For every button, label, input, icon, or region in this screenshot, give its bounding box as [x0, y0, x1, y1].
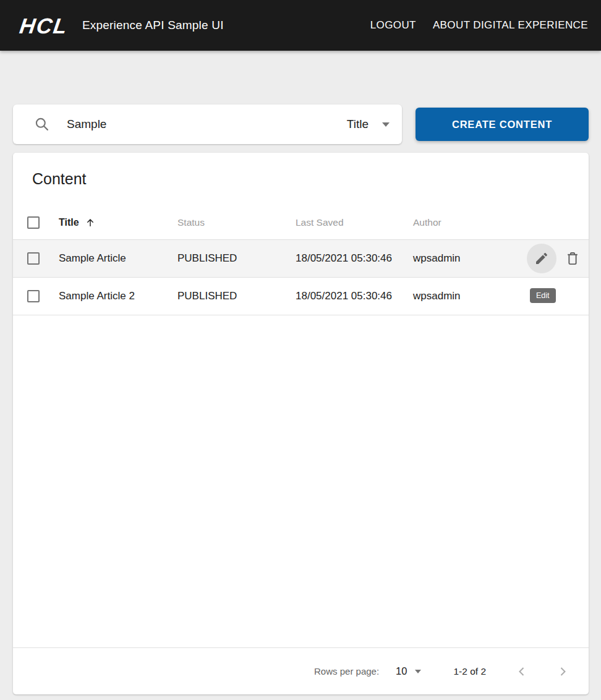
pagination-range-label: 1-2 of 2	[453, 666, 486, 677]
table-header-row: Title Status Last Saved Author	[13, 205, 589, 240]
rows-per-page-select[interactable]: 10	[396, 665, 421, 677]
previous-page-button[interactable]	[507, 657, 537, 686]
hcl-logo: HCL	[19, 15, 70, 36]
chevron-left-icon	[514, 664, 529, 679]
search-bar: Title	[13, 105, 402, 144]
row-checkbox-cell	[27, 252, 59, 265]
select-all-checkbox[interactable]	[27, 216, 40, 229]
rows-per-page-label: Rows per page:	[314, 666, 379, 677]
row-checkbox-cell	[27, 290, 59, 302]
row-status: PUBLISHED	[177, 252, 237, 264]
search-field-select[interactable]: Title	[346, 115, 391, 134]
row-status: PUBLISHED	[177, 290, 237, 302]
title-column-label: Title	[59, 217, 79, 228]
select-all-cell	[27, 216, 59, 229]
pencil-icon	[534, 251, 549, 266]
sort-arrow-up-icon	[85, 217, 96, 228]
app-bar: HCL Experience API Sample UI LOGOUT ABOU…	[0, 0, 601, 51]
chevron-down-icon	[382, 122, 390, 127]
chevron-down-icon	[415, 670, 421, 673]
author-column-label: Author	[413, 217, 441, 228]
app-title: Experience API Sample UI	[82, 19, 224, 32]
trash-icon	[565, 250, 581, 267]
chevron-right-icon	[555, 664, 570, 679]
table-empty-area	[13, 315, 589, 647]
page: HCL Experience API Sample UI LOGOUT ABOU…	[0, 0, 601, 700]
about-digital-experience-link[interactable]: ABOUT DIGITAL EXPERIENCE	[433, 19, 588, 32]
row-checkbox[interactable]	[27, 290, 40, 302]
title-column-header-cell: Title	[59, 217, 177, 228]
edit-tooltip: Edit	[530, 288, 556, 303]
author-column-header-cell: Author	[413, 217, 589, 228]
delete-button[interactable]	[561, 247, 584, 270]
rows-per-page-value: 10	[396, 665, 407, 677]
row-actions	[527, 240, 584, 277]
content-card: Content Title Status Last Saved	[13, 153, 589, 694]
search-input[interactable]	[67, 117, 346, 131]
edit-button[interactable]	[527, 244, 556, 273]
table-row[interactable]: Sample Article PUBLISHED 18/05/2021 05:3…	[13, 240, 589, 278]
table-row[interactable]: Sample Article 2 PUBLISHED 18/05/2021 05…	[13, 278, 589, 315]
row-author: wpsadmin	[413, 252, 461, 264]
title-sort-header[interactable]: Title	[59, 217, 96, 228]
last-saved-column-label: Last Saved	[296, 217, 344, 228]
appbar-nav: LOGOUT ABOUT DIGITAL EXPERIENCE	[370, 19, 588, 32]
status-column-label: Status	[177, 217, 205, 228]
logout-link[interactable]: LOGOUT	[370, 19, 416, 32]
row-title: Sample Article 2	[59, 290, 135, 302]
row-title: Sample Article	[59, 252, 126, 265]
pagination-footer: Rows per page: 10 1-2 of 2	[13, 647, 589, 694]
row-author: wpsadmin	[413, 290, 461, 302]
search-icon	[34, 116, 50, 132]
row-checkbox[interactable]	[27, 252, 40, 265]
status-column-header-cell: Status	[177, 217, 296, 228]
last-saved-column-header-cell: Last Saved	[296, 217, 413, 228]
row-last-saved: 18/05/2021 05:30:46	[296, 290, 392, 302]
search-field-selected: Title	[347, 117, 369, 131]
next-page-button[interactable]	[548, 657, 578, 686]
page-title: Content	[32, 170, 87, 188]
create-content-button[interactable]: CREATE CONTENT	[416, 108, 589, 141]
row-last-saved: 18/05/2021 05:30:46	[296, 252, 392, 264]
card-title-wrap: Content	[13, 153, 589, 205]
